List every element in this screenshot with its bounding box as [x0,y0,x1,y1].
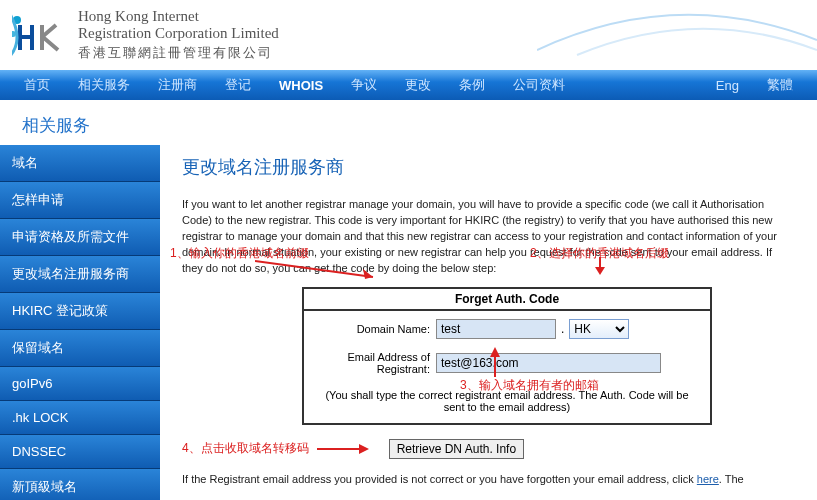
email-label: Email Address of Registrant: [314,351,436,375]
annotation-3: 3、输入域名拥有者的邮箱 [460,377,599,394]
nav-registrar[interactable]: 注册商 [158,76,197,94]
brand-text: Hong Kong Internet Registration Corporat… [78,8,279,62]
domain-label: Domain Name: [314,323,436,335]
nav-services[interactable]: 相关服务 [78,76,130,94]
tld-select[interactable]: HK [569,319,629,339]
retrieve-button[interactable]: Retrieve DN Auth. Info [389,439,524,459]
header-swoosh [537,0,817,60]
nav-whois[interactable]: WHOIS [279,78,323,93]
lang-eng[interactable]: Eng [716,78,739,93]
nav-company[interactable]: 公司资料 [513,76,565,94]
top-nav: 首页 相关服务 注册商 登记 WHOIS 争议 更改 条例 公司资料 Eng 繁… [0,70,817,100]
sidebar-item-qualification[interactable]: 申请资格及所需文件 [0,219,160,256]
lang-trad[interactable]: 繁體 [767,76,793,94]
nav-dispute[interactable]: 争议 [351,76,377,94]
page-title: 更改域名注册服务商 [182,155,795,179]
sidebar-item-hklock[interactable]: .hk LOCK [0,401,160,435]
hk-logo [12,10,68,60]
svg-marker-9 [359,444,369,454]
annotation-1: 1、输入你的香港域名前缀 [170,245,309,262]
auth-code-form: Forget Auth. Code Domain Name: . HK Emai… [302,287,712,425]
section-title: 相关服务 [0,100,817,145]
intro-text: If you want to let another registrar man… [182,197,795,277]
nav-home[interactable]: 首页 [24,76,50,94]
sidebar-item-goipv6[interactable]: goIPv6 [0,367,160,401]
nav-terms[interactable]: 条例 [459,76,485,94]
sidebar-item-domain[interactable]: 域名 [0,145,160,182]
sidebar-item-reserved[interactable]: 保留域名 [0,330,160,367]
footer-text: If the Registrant email address you prov… [182,473,795,485]
sidebar-item-howto[interactable]: 怎样申请 [0,182,160,219]
annotation-4: 4、点击收取域名转移码 [182,440,309,457]
sidebar-item-change-registrar[interactable]: 更改域名注册服务商 [0,256,160,293]
sidebar-item-dnssec[interactable]: DNSSEC [0,435,160,469]
annotation-2: 2、选择你的香港域名后缀 [530,245,669,262]
sidebar-item-hkirc-policy[interactable]: HKIRC 登记政策 [0,293,160,330]
here-link[interactable]: here [697,473,719,485]
arrow-4 [317,441,377,457]
sidebar: 域名 怎样申请 申请资格及所需文件 更改域名注册服务商 HKIRC 登记政策 保… [0,145,160,500]
dot: . [561,322,564,336]
nav-change[interactable]: 更改 [405,76,431,94]
domain-input[interactable] [436,319,556,339]
form-title: Forget Auth. Code [304,289,710,311]
nav-register[interactable]: 登记 [225,76,251,94]
email-input[interactable] [436,353,661,373]
sidebar-item-newtld[interactable]: 新頂級域名 [0,469,160,500]
